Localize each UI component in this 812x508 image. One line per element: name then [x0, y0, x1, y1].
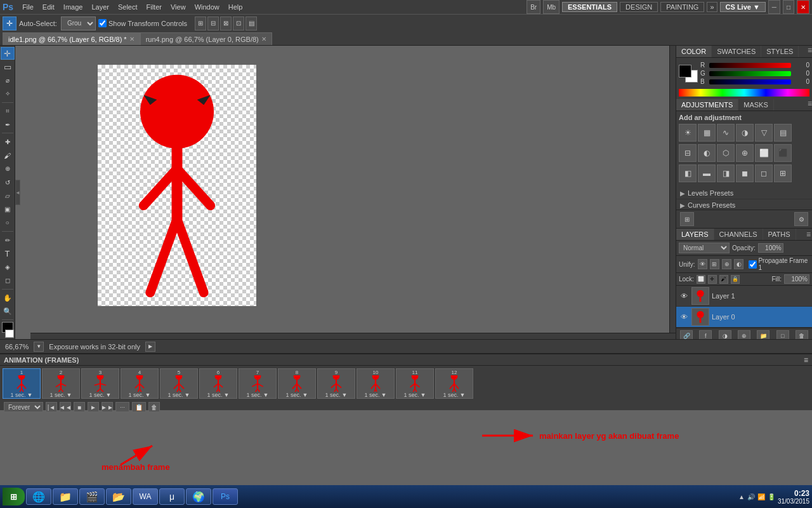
anim-frame-5[interactable]: 5 1 sec.▼ — [160, 368, 198, 399]
tab-masks[interactable]: MASKS — [738, 99, 774, 110]
adj-photo-filter[interactable]: ⬡ — [717, 144, 735, 162]
fill-input[interactable] — [784, 274, 809, 284]
layer-new-icon[interactable]: □ — [776, 330, 789, 339]
taskbar-media[interactable]: 🎬 — [79, 488, 105, 505]
unify-icon2[interactable]: ⊞ — [710, 259, 719, 269]
anim-frame-6[interactable]: 6 1 sec.▼ — [199, 368, 237, 399]
loop-select[interactable]: ForeverOnce3 Times — [4, 402, 43, 412]
opacity-input[interactable] — [758, 243, 783, 253]
adj-exposure[interactable]: ◑ — [736, 124, 754, 142]
layer-link-icon[interactable]: 🔗 — [680, 330, 693, 339]
adj-gradient-map[interactable]: ▬ — [698, 164, 716, 182]
adj-gradient-fill[interactable]: ◻ — [755, 164, 773, 182]
anim-frame-1[interactable]: 1 1 sec.▼ — [3, 368, 41, 399]
tab-color[interactable]: COLOR — [676, 46, 712, 57]
layer-group-icon[interactable]: 📁 — [757, 330, 769, 339]
align-btn-4[interactable]: ⊡ — [233, 17, 244, 30]
adj-channel-mixer[interactable]: ⊕ — [736, 144, 754, 162]
close-button[interactable]: ✕ — [797, 0, 809, 14]
tab-styles[interactable]: STYLES — [761, 46, 799, 57]
anim-frame-3[interactable]: 3 1 sec.▼ — [81, 368, 119, 399]
lock-icon4[interactable]: 🔒 — [731, 275, 740, 284]
move-tool-btn[interactable]: ✛ — [3, 17, 16, 30]
layers-options-icon[interactable]: ≡ — [806, 230, 811, 239]
green-slider[interactable] — [709, 71, 791, 76]
unify-icon4[interactable]: ◐ — [734, 259, 743, 269]
essentials-button[interactable]: ESSENTIALS — [562, 2, 617, 12]
tab-run4-close[interactable]: ✕ — [261, 36, 266, 43]
menu-file[interactable]: File — [18, 2, 37, 12]
anim-frame-10[interactable]: 10 1 sec.▼ — [357, 368, 395, 399]
taskbar-ie[interactable]: 🌐 — [26, 488, 51, 505]
stop-btn[interactable]: ■ — [74, 402, 85, 412]
tab-layers[interactable]: LAYERS — [676, 229, 714, 240]
design-button[interactable]: DESIGN — [620, 2, 658, 12]
copy-frame-btn[interactable]: 📋 — [132, 402, 146, 412]
tool-heal[interactable]: ✚ — [1, 135, 15, 148]
anim-frame-8[interactable]: 8 1 sec.▼ — [278, 368, 316, 399]
adj-brightness[interactable]: ☀ — [679, 124, 697, 142]
play-btn[interactable]: ► — [88, 402, 99, 412]
taskbar-photoshop[interactable]: Ps — [213, 488, 238, 505]
animation-options-icon[interactable]: ≡ — [804, 356, 808, 364]
adj-invert[interactable]: ⬜ — [755, 144, 773, 162]
tool-magic-wand[interactable]: ✧ — [1, 88, 15, 100]
next-status-btn[interactable]: ▶ — [145, 342, 155, 352]
horizontal-scrollbar[interactable] — [30, 333, 676, 339]
adj-black-white[interactable]: ◐ — [698, 144, 716, 162]
start-button[interactable]: ⊞ — [3, 488, 25, 505]
tab-paths[interactable]: PATHS — [763, 229, 796, 240]
adj-hue-sat[interactable]: ▤ — [774, 124, 792, 142]
tool-eraser[interactable]: ▱ — [1, 189, 15, 202]
auto-select-dropdown[interactable]: GroupLayer — [61, 17, 96, 30]
tool-clone[interactable]: ⊕ — [1, 163, 15, 175]
layer-item-0[interactable]: 👁 Layer 0 — [676, 307, 812, 328]
adj-posterize[interactable]: ⬛ — [774, 144, 792, 162]
tab-swatches[interactable]: SWATCHES — [712, 46, 761, 57]
align-btn-1[interactable]: ⊞ — [195, 17, 206, 30]
tool-shape[interactable]: ◻ — [1, 274, 15, 287]
left-collapse-handle[interactable]: ◄ — [15, 180, 20, 205]
tab-idle1-close[interactable]: ✕ — [129, 36, 134, 43]
lock-icon1[interactable]: ⬜ — [697, 275, 705, 284]
adj-levels[interactable]: ▦ — [698, 124, 716, 142]
cs-live-button[interactable]: CS Live ▼ — [720, 2, 766, 12]
tool-zoom[interactable]: 🔍 — [1, 305, 15, 318]
adj-selective-color[interactable]: ◨ — [717, 164, 735, 182]
tab-channels[interactable]: CHANNELS — [714, 229, 763, 240]
tool-dodge[interactable]: ○ — [1, 217, 15, 229]
tool-gradient[interactable]: ▣ — [1, 203, 15, 216]
taskbar-winamp[interactable]: WA — [133, 488, 158, 505]
play-first-btn[interactable]: |◄ — [46, 402, 57, 412]
tool-crop[interactable]: ⌗ — [1, 105, 15, 117]
mini-bridge-button[interactable]: Mb — [543, 0, 560, 14]
presets-add-icon[interactable]: ⊞ — [680, 212, 694, 226]
expand-modes-button[interactable]: » — [707, 2, 717, 12]
layer-mask-icon[interactable]: ◑ — [719, 330, 731, 339]
menu-select[interactable]: Select — [114, 2, 141, 12]
taskbar-utorrent[interactable]: μ — [159, 488, 185, 505]
blend-mode-select[interactable]: NormalMultiplyScreen — [679, 243, 730, 253]
tab-run4[interactable]: run4.png @ 66,7% (Layer 0, RGB/8) ✕ — [140, 32, 272, 45]
layer-style-icon[interactable]: f — [699, 330, 712, 339]
tween-btn[interactable]: ⋯ — [115, 402, 129, 412]
tool-pen[interactable]: ✏ — [1, 234, 15, 246]
tool-eyedropper[interactable]: ✒ — [1, 118, 15, 131]
taskbar-chrome[interactable]: 🌍 — [186, 488, 211, 505]
adj-curves[interactable]: ∿ — [717, 124, 735, 142]
fg-bg-swatches[interactable] — [679, 65, 698, 83]
menu-image[interactable]: Image — [60, 2, 87, 12]
delete-frame-btn[interactable]: 🗑 — [148, 402, 160, 412]
tool-marquee[interactable]: ▭ — [1, 60, 15, 73]
anim-frame-9[interactable]: 9 1 sec.▼ — [317, 368, 355, 399]
tool-path-select[interactable]: ◈ — [1, 260, 15, 273]
menu-layer[interactable]: Layer — [88, 2, 113, 12]
tool-text[interactable]: T — [1, 247, 15, 260]
anim-frame-2[interactable]: 2 1 sec.▼ — [42, 368, 80, 399]
panel-options-icon[interactable]: ≡ — [808, 46, 812, 57]
layer-item-1[interactable]: 👁 Layer 1 — [676, 286, 812, 307]
adj-threshold[interactable]: ◧ — [679, 164, 697, 182]
bridge-button[interactable]: Br — [527, 0, 540, 14]
lock-icon3[interactable]: 🖌 — [719, 275, 728, 284]
blue-slider[interactable] — [709, 79, 791, 84]
